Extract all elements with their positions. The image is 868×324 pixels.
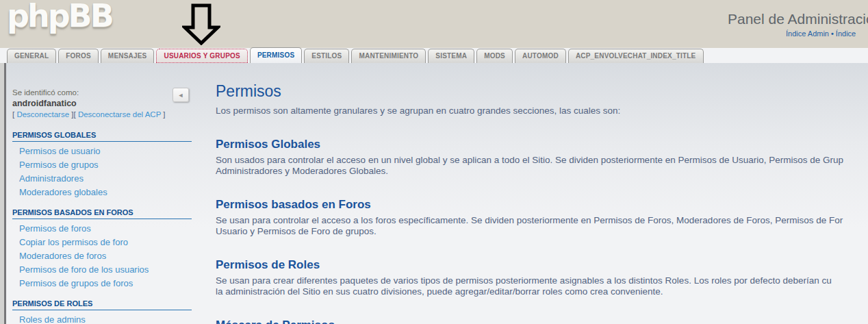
menu-section-permisos-basados-en-foros: PERMISOS BASADOS EN FOROS Permisos de fo… <box>12 208 192 290</box>
sidebar-item-permisos-de-grupos-de-foros[interactable]: Permisos de grupos de foros <box>12 277 192 290</box>
sidebar-item-administradores[interactable]: Administradores <box>12 172 192 186</box>
tab-sistema[interactable]: SISTEMA <box>428 49 474 63</box>
acp-page: phpBB Panel de Administración Índice Adm… <box>0 0 868 324</box>
tab-foros[interactable]: FOROS <box>58 49 99 63</box>
paragraph-line: Se usan para controlar el acceso a los f… <box>216 215 868 226</box>
collapse-sidebar-button[interactable]: ◄ <box>173 88 189 102</box>
username: androidfanatico <box>12 98 192 109</box>
sidebar-item-moderadores-globales[interactable]: Moderadores globales <box>12 186 192 199</box>
tab-automod[interactable]: AUTOMOD <box>515 49 566 63</box>
sidebar-item-copiar-permisos-de-foro[interactable]: Copiar los permisos de foro <box>12 236 192 249</box>
section-permisos-de-roles: Permisos de Roles Se usan para crear dif… <box>216 258 868 297</box>
tab-estilos[interactable]: ESTILOS <box>304 49 349 63</box>
menu-section-permisos-globales: PERMISOS GLOBALES Permisos de usuario Pe… <box>12 131 192 199</box>
logout-link[interactable]: Desconectarse <box>16 110 69 119</box>
header: phpBB Panel de Administración Índice Adm… <box>0 0 868 48</box>
tab-mods[interactable]: MODS <box>476 49 513 63</box>
tabbar: GENERAL FOROS MENSAJES USUARIOS Y GRUPOS… <box>0 48 868 63</box>
menu-section-title: PERMISOS GLOBALES <box>12 131 192 142</box>
indice-admin-link[interactable]: Índice Admin <box>786 29 829 38</box>
tab-mantenimiento[interactable]: MANTENIMIENTO <box>351 49 426 63</box>
paragraph-line: Son usados para controlar el acceso en u… <box>216 155 868 166</box>
sidebar-item-moderadores-de-foros[interactable]: Moderadores de foros <box>12 249 192 263</box>
section-heading: Permisos de Roles <box>216 258 868 272</box>
sidebar-item-permisos-de-foro-usuarios[interactable]: Permisos de foro de los usuarios <box>12 263 192 277</box>
section-permisos-basados-en-foros: Permisos basados en Foros Se usan para c… <box>216 198 868 237</box>
section-heading: Permisos Globales <box>216 138 868 151</box>
bracket: ] <box>161 110 165 119</box>
sidebar-item-permisos-de-grupos[interactable]: Permisos de grupos <box>12 158 192 172</box>
subnav-separator: • <box>829 29 836 38</box>
tab-usuarios-y-grupos[interactable]: USUARIOS Y GRUPOS <box>156 49 247 63</box>
admin-subnav: Índice Admin•Índice <box>786 29 856 38</box>
content: Permisos Los permisos son altamente gran… <box>216 82 868 324</box>
login-status-label: Se identificó como: <box>12 87 192 98</box>
sidebar-item-permisos-de-usuario[interactable]: Permisos de usuario <box>12 145 192 158</box>
section-permisos-globales: Permisos Globales Son usados para contro… <box>216 138 868 177</box>
paragraph-line: Se usan para crear diferentes paquetes d… <box>216 275 868 286</box>
sidebar-item-roles-de-admins[interactable]: Roles de admins <box>12 313 192 324</box>
paragraph-line: Administradores y Moderadores Globales. <box>216 166 868 177</box>
logout-links: [ Desconectarse ][ Desconectarse del ACP… <box>12 109 192 120</box>
section-heading: Permisos basados en Foros <box>216 198 868 212</box>
arrow-left-icon: ◄ <box>178 92 184 99</box>
phpbb-logo: phpBB <box>7 0 112 34</box>
section-mascara-de-permisos: Máscara de Permisos Se usa para ver el e… <box>216 319 868 324</box>
tab-permisos[interactable]: PERMISOS <box>250 47 302 63</box>
login-status-block: Se identificó como: androidfanatico [ De… <box>12 87 192 120</box>
sidebar-menu: PERMISOS GLOBALES Permisos de usuario Pe… <box>12 131 192 324</box>
intro-text: Los permisos son altamente granulares y … <box>216 105 868 116</box>
indice-link[interactable]: Índice <box>836 29 856 38</box>
menu-section-title: PERMISOS BASADOS EN FOROS <box>12 208 192 219</box>
menu-section-permisos-de-roles: PERMISOS DE ROLES Roles de admins <box>12 299 192 324</box>
header-right: Panel de Administración Índice Admin•Índ… <box>728 11 868 27</box>
paragraph-line: Usuario y Permisos de Foro de grupos. <box>216 226 868 237</box>
tab-general[interactable]: GENERAL <box>7 49 56 63</box>
tab-acp-envolvechat[interactable]: ACP_ENVOLVECHAT_INDEX_TITLE <box>568 49 704 63</box>
paragraph-line: la administración del Sitio en sus cuatr… <box>216 286 868 297</box>
bracket: ][ <box>69 110 78 119</box>
admin-panel-title: Panel de Administración <box>728 11 868 27</box>
panel-left-border <box>4 63 6 324</box>
annotation-down-arrow-icon <box>182 3 220 45</box>
sidebar-item-permisos-de-foros[interactable]: Permisos de foros <box>12 222 192 236</box>
tab-mensajes[interactable]: MENSAJES <box>101 49 155 63</box>
logout-acp-link[interactable]: Desconectarse del ACP <box>78 110 161 119</box>
section-heading: Máscara de Permisos <box>216 319 868 324</box>
menu-section-title: PERMISOS DE ROLES <box>12 299 192 310</box>
page-title: Permisos <box>216 82 868 101</box>
